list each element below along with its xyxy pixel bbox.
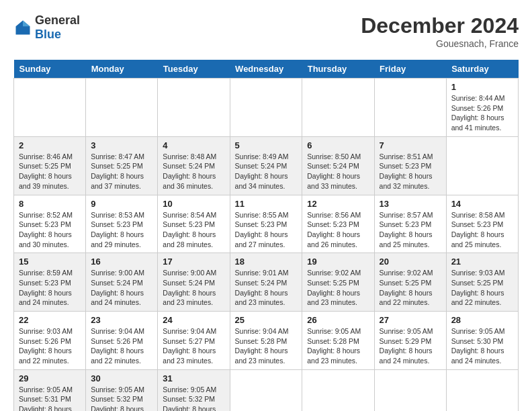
day-info: Sunrise: 9:05 AMSunset: 5:32 PMDaylight:…	[91, 385, 144, 411]
calendar-cell	[230, 369, 302, 411]
day-number: 11	[235, 199, 298, 209]
day-info: Sunrise: 9:04 AMSunset: 5:26 PMDaylight:…	[91, 327, 144, 365]
day-info: Sunrise: 8:59 AMSunset: 5:23 PMDaylight:…	[19, 269, 73, 306]
day-number: 4	[163, 140, 224, 150]
calendar-table: Sunday Monday Tuesday Wednesday Thursday…	[13, 60, 519, 411]
calendar-cell	[374, 79, 446, 137]
calendar-week: 15Sunrise: 8:59 AMSunset: 5:23 PMDayligh…	[14, 253, 519, 312]
day-info: Sunrise: 9:04 AMSunset: 5:27 PMDaylight:…	[163, 327, 216, 365]
logo-general: General	[35, 13, 80, 27]
page-header: General Blue December 2024 Gouesnach, Fr…	[13, 13, 519, 49]
calendar-cell: 19Sunrise: 9:02 AMSunset: 5:25 PMDayligh…	[302, 253, 374, 312]
calendar-cell: 20Sunrise: 9:02 AMSunset: 5:25 PMDayligh…	[374, 253, 446, 312]
day-number: 26	[307, 315, 369, 325]
day-info: Sunrise: 9:01 AMSunset: 5:24 PMDaylight:…	[235, 269, 289, 306]
col-thursday: Thursday	[302, 60, 374, 79]
day-info: Sunrise: 8:54 AMSunset: 5:23 PMDaylight:…	[163, 211, 216, 248]
calendar-cell	[86, 79, 158, 137]
calendar-cell	[158, 79, 230, 137]
day-info: Sunrise: 8:52 AMSunset: 5:23 PMDaylight:…	[19, 211, 73, 248]
day-number: 27	[380, 315, 441, 325]
calendar-cell: 18Sunrise: 9:01 AMSunset: 5:24 PMDayligh…	[230, 253, 302, 312]
day-number: 18	[235, 257, 298, 267]
calendar-cell: 5Sunrise: 8:49 AMSunset: 5:24 PMDaylight…	[230, 136, 302, 195]
day-number: 5	[235, 140, 298, 150]
calendar-cell: 6Sunrise: 8:50 AMSunset: 5:24 PMDaylight…	[302, 136, 374, 195]
logo-blue: Blue	[35, 28, 61, 41]
day-info: Sunrise: 9:02 AMSunset: 5:25 PMDaylight:…	[380, 269, 433, 306]
calendar-cell	[14, 79, 86, 137]
calendar-cell: 31Sunrise: 9:05 AMSunset: 5:32 PMDayligh…	[158, 369, 230, 411]
col-tuesday: Tuesday	[158, 60, 230, 79]
logo-text: General Blue	[35, 13, 80, 42]
calendar-cell: 3Sunrise: 8:47 AMSunset: 5:25 PMDaylight…	[86, 136, 158, 195]
calendar-cell: 1Sunrise: 8:44 AMSunset: 5:26 PMDaylight…	[446, 79, 518, 137]
day-info: Sunrise: 9:04 AMSunset: 5:28 PMDaylight:…	[235, 327, 289, 365]
calendar-cell: 26Sunrise: 9:05 AMSunset: 5:28 PMDayligh…	[302, 312, 374, 370]
col-wednesday: Wednesday	[230, 60, 302, 79]
day-info: Sunrise: 8:49 AMSunset: 5:24 PMDaylight:…	[235, 152, 289, 190]
day-info: Sunrise: 9:00 AMSunset: 5:24 PMDaylight:…	[91, 269, 144, 306]
calendar-cell: 7Sunrise: 8:51 AMSunset: 5:23 PMDaylight…	[374, 136, 446, 195]
day-number: 17	[163, 257, 224, 267]
calendar-cell: 14Sunrise: 8:58 AMSunset: 5:23 PMDayligh…	[446, 195, 518, 253]
day-info: Sunrise: 8:50 AMSunset: 5:24 PMDaylight:…	[307, 152, 361, 190]
calendar-cell: 13Sunrise: 8:57 AMSunset: 5:23 PMDayligh…	[374, 195, 446, 253]
day-number: 1	[451, 82, 513, 92]
day-number: 20	[380, 257, 441, 267]
day-number: 8	[19, 199, 81, 209]
calendar-cell: 30Sunrise: 9:05 AMSunset: 5:32 PMDayligh…	[86, 369, 158, 411]
day-number: 31	[163, 373, 224, 383]
day-number: 25	[235, 315, 298, 325]
location: Gouesnach, France	[361, 38, 519, 49]
logo: General Blue	[13, 13, 80, 42]
day-number: 3	[91, 140, 152, 150]
title-section: December 2024 Gouesnach, France	[361, 13, 519, 49]
day-info: Sunrise: 8:44 AMSunset: 5:26 PMDaylight:…	[451, 94, 505, 132]
day-number: 15	[19, 257, 81, 267]
calendar-cell: 8Sunrise: 8:52 AMSunset: 5:23 PMDaylight…	[14, 195, 86, 253]
calendar-week: 1Sunrise: 8:44 AMSunset: 5:26 PMDaylight…	[14, 79, 519, 137]
calendar-cell: 22Sunrise: 9:03 AMSunset: 5:26 PMDayligh…	[14, 312, 86, 370]
calendar-cell	[374, 369, 446, 411]
calendar-cell: 11Sunrise: 8:55 AMSunset: 5:23 PMDayligh…	[230, 195, 302, 253]
day-info: Sunrise: 8:55 AMSunset: 5:23 PMDaylight:…	[235, 211, 289, 248]
calendar-cell: 25Sunrise: 9:04 AMSunset: 5:28 PMDayligh…	[230, 312, 302, 370]
day-number: 10	[163, 199, 224, 209]
day-number: 12	[307, 199, 369, 209]
day-info: Sunrise: 8:57 AMSunset: 5:23 PMDaylight:…	[380, 211, 433, 248]
day-info: Sunrise: 9:05 AMSunset: 5:29 PMDaylight:…	[380, 327, 433, 365]
day-number: 28	[451, 315, 513, 325]
calendar-cell: 4Sunrise: 8:48 AMSunset: 5:24 PMDaylight…	[158, 136, 230, 195]
day-number: 9	[91, 199, 152, 209]
calendar-cell: 21Sunrise: 9:03 AMSunset: 5:25 PMDayligh…	[446, 253, 518, 312]
calendar-cell: 17Sunrise: 9:00 AMSunset: 5:24 PMDayligh…	[158, 253, 230, 312]
calendar-week: 22Sunrise: 9:03 AMSunset: 5:26 PMDayligh…	[14, 312, 519, 370]
calendar-cell: 16Sunrise: 9:00 AMSunset: 5:24 PMDayligh…	[86, 253, 158, 312]
day-number: 13	[380, 199, 441, 209]
logo-icon	[13, 18, 32, 37]
day-number: 6	[307, 140, 369, 150]
calendar-cell: 24Sunrise: 9:04 AMSunset: 5:27 PMDayligh…	[158, 312, 230, 370]
day-info: Sunrise: 9:00 AMSunset: 5:24 PMDaylight:…	[163, 269, 216, 306]
day-info: Sunrise: 8:48 AMSunset: 5:24 PMDaylight:…	[163, 152, 216, 190]
svg-marker-1	[23, 21, 30, 27]
col-monday: Monday	[86, 60, 158, 79]
day-number: 22	[19, 315, 81, 325]
day-info: Sunrise: 9:02 AMSunset: 5:25 PMDaylight:…	[307, 269, 361, 306]
header-row: Sunday Monday Tuesday Wednesday Thursday…	[14, 60, 519, 79]
calendar-cell	[446, 369, 518, 411]
calendar-cell: 15Sunrise: 8:59 AMSunset: 5:23 PMDayligh…	[14, 253, 86, 312]
day-number: 19	[307, 257, 369, 267]
day-number: 16	[91, 257, 152, 267]
calendar-cell: 29Sunrise: 9:05 AMSunset: 5:31 PMDayligh…	[14, 369, 86, 411]
calendar-cell: 10Sunrise: 8:54 AMSunset: 5:23 PMDayligh…	[158, 195, 230, 253]
calendar-week: 29Sunrise: 9:05 AMSunset: 5:31 PMDayligh…	[14, 369, 519, 411]
day-info: Sunrise: 9:03 AMSunset: 5:26 PMDaylight:…	[19, 327, 73, 365]
day-number: 14	[451, 199, 513, 209]
day-number: 7	[380, 140, 441, 150]
day-info: Sunrise: 8:58 AMSunset: 5:23 PMDaylight:…	[451, 211, 505, 248]
day-info: Sunrise: 9:05 AMSunset: 5:31 PMDaylight:…	[19, 385, 73, 411]
day-info: Sunrise: 9:05 AMSunset: 5:28 PMDaylight:…	[307, 327, 361, 365]
day-info: Sunrise: 8:51 AMSunset: 5:23 PMDaylight:…	[380, 152, 433, 190]
